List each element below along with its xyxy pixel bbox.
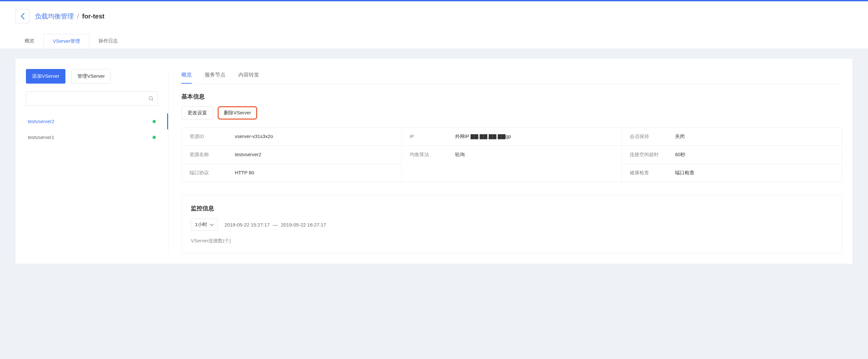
search-icon[interactable]	[148, 96, 154, 101]
info-value: 60秒	[675, 152, 685, 158]
chevron-left-icon	[21, 13, 25, 20]
edit-settings-button[interactable]: 更改设置	[181, 106, 213, 120]
back-button[interactable]	[16, 9, 30, 23]
delete-vserver-button[interactable]: 删除VServer	[218, 106, 257, 120]
info-value: 端口检查	[675, 170, 694, 176]
tab-operation-log[interactable]: 操作日志	[89, 34, 127, 49]
vserver-item-label: testvserver2	[28, 119, 54, 124]
info-row-algorithm: 均衡算法 轮询	[402, 146, 622, 163]
basic-info-actions: 更改设置 删除VServer	[181, 106, 842, 120]
page-header: 负载均衡管理 / for-test 概览 VServer管理 操作日志	[0, 1, 868, 48]
monitor-title: 监控信息	[191, 205, 833, 212]
breadcrumb: 负载均衡管理 / for-test	[35, 12, 104, 21]
sub-tab-overview[interactable]: 概览	[181, 69, 192, 84]
info-label: 资源ID	[189, 133, 235, 140]
sub-tab-service-node[interactable]: 服务节点	[205, 69, 225, 84]
info-value: testvserver2	[235, 152, 261, 158]
info-col-2: IP 外网IP ▇▇.▇▇.▇▇.▇▇gp 均衡算法 轮询	[402, 128, 622, 182]
basic-info-title: 基本信息	[181, 93, 842, 100]
manage-vserver-button[interactable]: 管理VServer	[71, 69, 111, 84]
breadcrumb-row: 负载均衡管理 / for-test	[16, 9, 852, 34]
info-label: 资源名称	[189, 152, 235, 158]
add-vserver-button[interactable]: 添加VServer	[26, 69, 65, 84]
vserver-list: testvserver2 testvserver1	[26, 113, 158, 145]
info-row-session: 会话保持 关闭	[622, 128, 842, 146]
breadcrumb-current: for-test	[82, 12, 104, 20]
tab-overview[interactable]: 概览	[16, 34, 43, 49]
vserver-item-testvserver2[interactable]: testvserver2	[26, 113, 158, 129]
time-range-select[interactable]: 1小时	[191, 219, 218, 231]
detail-pane: 概览 服务节点 内容转发 基本信息 更改设置 删除VServer 资源ID vs…	[168, 69, 842, 253]
info-value: vserver-v31s3x2o	[235, 133, 273, 140]
info-col-3: 会话保持 关闭 连接空闲超时 60秒 健康检查 端口检查	[622, 128, 842, 182]
main-panel: 添加VServer 管理VServer testvserver2 testvse…	[16, 59, 852, 264]
info-grid: 资源ID vserver-v31s3x2o 资源名称 testvserver2 …	[181, 127, 842, 182]
tab-vserver-manage[interactable]: VServer管理	[43, 34, 89, 49]
time-option-label: 1小时	[195, 221, 207, 228]
time-range-display: 2019-05-22 15:27:17 — 2019-05-22 16:27:1…	[224, 222, 326, 228]
range-end: 2019-05-22 16:27:17	[281, 222, 326, 228]
main-tab-bar: 概览 VServer管理 操作日志	[16, 34, 852, 49]
info-row-ip: IP 外网IP ▇▇.▇▇.▇▇.▇▇gp	[402, 128, 622, 146]
search-box	[26, 91, 158, 106]
info-col-1: 资源ID vserver-v31s3x2o 资源名称 testvserver2 …	[182, 128, 402, 182]
info-label: IP	[410, 133, 455, 140]
range-start: 2019-05-22 15:27:17	[224, 222, 270, 228]
breadcrumb-root[interactable]: 负载均衡管理	[35, 12, 74, 21]
info-value: 轮询	[455, 152, 465, 158]
range-separator: —	[273, 222, 278, 228]
info-row-resource-id: 资源ID vserver-v31s3x2o	[182, 128, 402, 146]
chart-label: VServer连接数(个)	[191, 238, 833, 244]
info-label: 会话保持	[630, 133, 675, 140]
info-row-resource-name: 资源名称 testvserver2	[182, 146, 402, 164]
info-label: 连接空闲超时	[630, 152, 675, 158]
status-dot-icon	[153, 120, 156, 123]
info-value: HTTP 80	[235, 170, 254, 176]
monitor-card: 监控信息 1小时 2019-05-22 15:27:17 — 2019-05-2…	[181, 195, 842, 253]
info-label: 健康检查	[630, 170, 675, 176]
info-value: 外网IP ▇▇.▇▇.▇▇.▇▇gp	[455, 133, 511, 140]
info-label: 均衡算法	[410, 152, 455, 158]
vserver-sidebar: 添加VServer 管理VServer testvserver2 testvse…	[26, 69, 168, 253]
sub-tab-bar: 概览 服务节点 内容转发	[181, 69, 842, 84]
info-row-idle-timeout: 连接空闲超时 60秒	[622, 146, 842, 164]
breadcrumb-separator: /	[77, 12, 79, 20]
status-dot-icon	[153, 136, 156, 139]
sidebar-actions: 添加VServer 管理VServer	[26, 69, 158, 84]
info-row-port-protocol: 端口协议 HTTP 80	[182, 164, 402, 182]
vserver-item-label: testvserver1	[28, 134, 54, 140]
chevron-down-icon	[210, 223, 214, 227]
info-row-health-check: 健康检查 端口检查	[622, 164, 842, 182]
content-area: 添加VServer 管理VServer testvserver2 testvse…	[0, 48, 868, 274]
sub-tab-content-forward[interactable]: 内容转发	[238, 69, 259, 84]
info-value: 关闭	[675, 133, 685, 140]
search-input[interactable]	[26, 91, 158, 106]
info-label: 端口协议	[189, 170, 235, 176]
vserver-item-testvserver1[interactable]: testvserver1	[26, 129, 158, 145]
monitor-controls: 1小时 2019-05-22 15:27:17 — 2019-05-22 16:…	[191, 219, 833, 231]
